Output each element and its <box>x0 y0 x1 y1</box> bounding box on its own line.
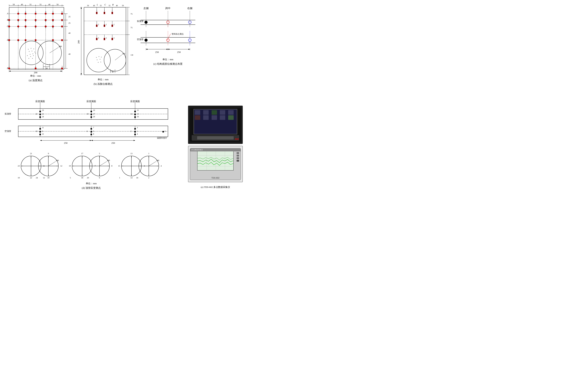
svg-text:250: 250 <box>111 141 115 144</box>
svg-text:应变测面: 应变测面 <box>130 100 140 103</box>
svg-text:B: B <box>7 18 8 21</box>
svg-text:2: 2 <box>25 11 26 13</box>
svg-text:管间冻土测点: 管间冻土测点 <box>172 33 184 35</box>
svg-text:单位：mm: 单位：mm <box>163 58 173 61</box>
svg-text:R: R <box>112 4 114 6</box>
svg-text:15: 15 <box>118 165 120 167</box>
svg-point-83 <box>61 13 63 15</box>
svg-text:9: 9 <box>42 130 43 132</box>
svg-text:1: 1 <box>9 40 10 42</box>
svg-text:18: 18 <box>81 177 83 179</box>
svg-text:11: 11 <box>43 165 45 167</box>
svg-text:50: 50 <box>122 4 124 7</box>
svg-text:温度补偿片: 温度补偿片 <box>157 137 167 139</box>
svg-text:应变测面: 应变测面 <box>35 100 45 103</box>
svg-text:23: 23 <box>42 109 44 111</box>
svg-point-194 <box>100 59 100 60</box>
svg-text:10: 10 <box>48 177 50 179</box>
svg-line-65 <box>50 47 58 53</box>
svg-point-193 <box>97 59 97 60</box>
svg-point-192 <box>101 57 102 57</box>
svg-text:(b) 冻胀位移测点: (b) 冻胀位移测点 <box>94 83 113 86</box>
svg-text:1: 1 <box>137 130 138 132</box>
svg-text:30: 30 <box>46 67 48 69</box>
panel-struct-displacement: 左侧 跨中 右侧 实顶管 空顶管 <box>133 2 246 97</box>
svg-text:3: 3 <box>137 127 138 129</box>
svg-line-368 <box>149 161 156 166</box>
svg-marker-236 <box>168 49 169 50</box>
svg-text:6: 6 <box>52 27 53 29</box>
svg-text:2: 2 <box>98 23 99 25</box>
svg-text:(d) 顶管应变测点: (d) 顶管应变测点 <box>82 187 101 189</box>
svg-point-124 <box>8 68 10 69</box>
panel-displacement: 280 75 75 130 50 40 55 55 40 50 L C R <box>71 2 133 97</box>
equipment-caption: (e) TDS-602 多点数据采集仪 <box>201 185 230 189</box>
svg-text:25: 25 <box>69 22 71 24</box>
svg-line-197 <box>115 55 122 60</box>
svg-point-190 <box>96 57 97 58</box>
svg-text:2: 2 <box>18 40 19 42</box>
svg-point-64 <box>32 58 33 59</box>
svg-marker-308 <box>90 140 91 141</box>
svg-line-342 <box>99 161 107 166</box>
svg-marker-235 <box>167 49 168 50</box>
svg-point-195 <box>98 62 98 63</box>
svg-text:40: 40 <box>93 4 95 7</box>
svg-text:(a) 温度测点: (a) 温度测点 <box>29 79 42 82</box>
svg-text:单位：mm: 单位：mm <box>98 78 108 81</box>
svg-text:ø80: ø80 <box>56 160 59 161</box>
svg-text:4: 4 <box>35 40 36 42</box>
svg-text:右侧: 右侧 <box>187 7 192 10</box>
svg-rect-302 <box>163 131 164 132</box>
svg-text:A: A <box>7 12 8 15</box>
svg-text:7: 7 <box>62 27 63 29</box>
svg-text:55: 55 <box>30 4 32 5</box>
svg-line-315 <box>48 161 56 166</box>
svg-text:空顶管: 空顶管 <box>137 38 144 41</box>
svg-text:23: 23 <box>18 165 20 167</box>
svg-text:3: 3 <box>35 11 36 13</box>
svg-marker-307 <box>40 140 42 141</box>
svg-text:22: 22 <box>36 113 37 115</box>
svg-point-55 <box>32 51 32 51</box>
svg-text:75: 75 <box>131 13 133 15</box>
svg-text:40: 40 <box>21 4 23 5</box>
svg-point-54 <box>29 51 30 52</box>
svg-text:9: 9 <box>48 152 49 155</box>
svg-text:空顶管: 空顶管 <box>4 130 11 132</box>
temperature-diagram: 50 40 55 55 40 50 25 25 40 40 <box>4 4 71 84</box>
svg-text:4: 4 <box>35 20 36 22</box>
svg-text:250: 250 <box>64 141 68 144</box>
svg-point-72 <box>25 13 26 15</box>
panel-strain: 应变测面 应变测面 应变测面 实顶管 23 22 21 24 <box>2 97 184 196</box>
svg-point-51 <box>28 49 29 50</box>
svg-text:50: 50 <box>13 4 15 5</box>
svg-text:L: L <box>96 4 98 6</box>
svg-text:12: 12 <box>60 165 62 167</box>
svg-text:5: 5 <box>52 11 53 13</box>
displacement-diagram: 280 75 75 130 50 40 55 55 40 50 L C R <box>73 4 133 88</box>
svg-text:20: 20 <box>93 116 95 118</box>
svg-text:3: 3 <box>25 40 26 42</box>
svg-text:7: 7 <box>62 20 63 22</box>
svg-text:13: 13 <box>137 113 139 115</box>
svg-point-57 <box>30 54 30 55</box>
svg-point-59 <box>35 53 36 54</box>
svg-text:17: 17 <box>81 152 83 155</box>
svg-marker-309 <box>91 140 93 141</box>
svg-text:5: 5 <box>93 130 94 132</box>
svg-text:5: 5 <box>99 152 100 155</box>
tds-label: TDS-602 <box>211 177 219 179</box>
svg-text:2: 2 <box>35 66 36 68</box>
svg-marker-31 <box>9 70 11 72</box>
svg-text:24: 24 <box>36 177 38 179</box>
svg-text:40: 40 <box>69 32 71 34</box>
svg-point-60 <box>27 55 28 56</box>
svg-text:290: 290 <box>34 71 37 74</box>
svg-text:250: 250 <box>177 51 181 53</box>
svg-text:3: 3 <box>114 37 115 39</box>
svg-text:130: 130 <box>131 54 133 56</box>
svg-text:1: 1 <box>9 66 10 68</box>
svg-text:ø80: ø80 <box>122 53 125 55</box>
svg-text:12: 12 <box>43 177 45 179</box>
